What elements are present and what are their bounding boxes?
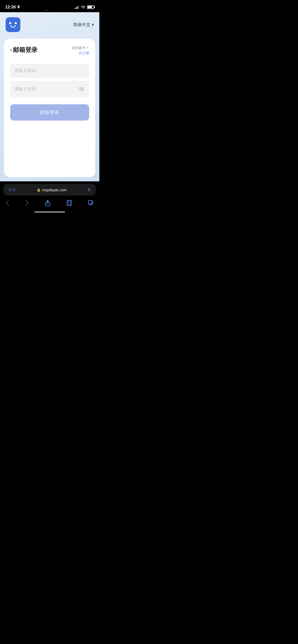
login-card: ‹ 邮箱登录 没有账号？ 去注册 bbox=[4, 39, 95, 177]
tabs-button[interactable] bbox=[85, 199, 97, 207]
share-button[interactable] bbox=[42, 198, 53, 208]
password-input-wrapper bbox=[10, 81, 89, 97]
chevron-down-icon: ▾ bbox=[92, 23, 94, 27]
wifi-icon bbox=[81, 6, 85, 9]
logo-left-eye bbox=[9, 22, 11, 24]
home-bar bbox=[34, 211, 65, 213]
app-logo bbox=[6, 17, 20, 32]
svg-rect-10 bbox=[88, 200, 92, 204]
bookmark-button[interactable] bbox=[63, 198, 75, 208]
main-content: 简体中文 ▾ Ap ax ‹ 邮箱登录 没有账号？ 去注册 bbox=[0, 12, 99, 181]
nav-bar bbox=[0, 197, 99, 210]
card-title: 邮箱登录 bbox=[13, 46, 37, 54]
url-text[interactable]: mypikpak.com bbox=[42, 188, 67, 192]
password-input[interactable] bbox=[14, 86, 78, 92]
svg-point-0 bbox=[83, 8, 84, 9]
text-size-button[interactable]: 大小 bbox=[8, 187, 16, 192]
reload-button[interactable]: ↻ bbox=[87, 187, 91, 193]
battery-icon bbox=[87, 5, 94, 9]
status-icons bbox=[75, 5, 94, 9]
lock-icon: 🔒 bbox=[37, 188, 41, 192]
status-bar: 12:26 小众软件 bbox=[0, 0, 99, 12]
email-input[interactable] bbox=[14, 68, 85, 73]
forward-nav-button[interactable] bbox=[22, 198, 32, 208]
signal-icon bbox=[75, 5, 79, 9]
browser-bar: 大小 🔒 mypikpak.com ↻ bbox=[4, 184, 96, 196]
home-indicator bbox=[0, 210, 99, 215]
language-label: 简体中文 bbox=[73, 22, 90, 28]
register-prompt: 没有账号？ 去注册 bbox=[71, 46, 89, 55]
register-link[interactable]: 去注册 bbox=[71, 51, 89, 55]
login-button[interactable]: 邮箱登录 bbox=[10, 104, 89, 121]
no-account-label: 没有账号？ bbox=[71, 46, 89, 50]
browser-bar-area: 大小 🔒 mypikpak.com ↻ bbox=[0, 181, 99, 197]
card-header: ‹ 邮箱登录 没有账号？ 去注册 bbox=[10, 46, 89, 55]
back-nav-button[interactable] bbox=[3, 198, 12, 208]
input-group bbox=[10, 64, 89, 97]
back-arrow-icon[interactable]: ‹ bbox=[10, 47, 12, 53]
toggle-password-icon[interactable] bbox=[78, 85, 85, 93]
logo-mouth bbox=[10, 25, 16, 28]
logo-right-eye bbox=[15, 22, 17, 24]
logo-face bbox=[8, 21, 18, 28]
location-icon bbox=[17, 5, 20, 9]
app-header: 简体中文 ▾ bbox=[0, 12, 99, 35]
back-title-group: ‹ 邮箱登录 bbox=[10, 46, 37, 54]
email-input-wrapper bbox=[10, 64, 89, 78]
language-selector[interactable]: 简体中文 ▾ bbox=[73, 22, 94, 28]
url-area: 🔒 mypikpak.com bbox=[18, 188, 85, 192]
time-label: 12:26 bbox=[5, 5, 16, 10]
svg-rect-6 bbox=[67, 200, 72, 206]
status-time: 12:26 bbox=[5, 5, 20, 10]
